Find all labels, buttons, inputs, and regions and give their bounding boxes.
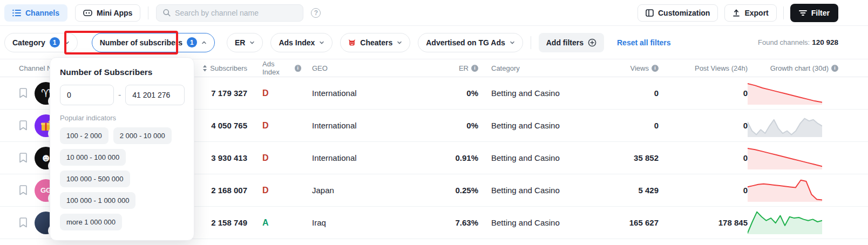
filter-pill-cheaters-label: Cheaters [360, 38, 392, 47]
ads-index-grade: D [262, 186, 269, 195]
filter-pill-cheaters[interactable]: Cheaters [340, 33, 410, 52]
popular-indicator-chips: 100 - 2 0002 000 - 10 00010 000 - 100 00… [60, 127, 184, 230]
channel-search[interactable] [156, 4, 303, 22]
er-value: 0.91% [425, 153, 478, 162]
subscribers-count-badge: 1 [187, 37, 197, 47]
filter-pill-subscribers[interactable]: Number of subscribers 1 [92, 33, 215, 52]
indicator-chip[interactable]: 100 - 2 000 [60, 127, 109, 144]
divider [148, 6, 148, 19]
export-button[interactable]: Export [724, 4, 776, 22]
search-icon [163, 9, 171, 17]
indicator-chip[interactable]: 100 000 - 1 000 000 [60, 192, 135, 209]
header-subscribers[interactable]: Subscribers [200, 64, 247, 72]
chevron-down-icon [319, 40, 324, 45]
category-value: Betting and Casino [478, 121, 608, 130]
filter-pill-tg-ads-label: Advertised on TG Ads [426, 38, 505, 47]
ads-index-grade: D [262, 121, 269, 130]
tab-mini-apps-label: Mini Apps [97, 9, 132, 17]
tab-channels[interactable]: Channels [4, 4, 67, 22]
views-value: 0 [608, 121, 659, 130]
views-value: 35 852 [608, 153, 659, 162]
found-channels: Found channels:120 928 [758, 38, 838, 46]
chevron-down-icon [397, 40, 402, 45]
bookmark-icon[interactable] [19, 153, 28, 163]
info-icon[interactable]: i [831, 65, 838, 72]
post-views-value: 0 [659, 186, 748, 195]
bookmark-icon[interactable] [19, 217, 28, 228]
post-views-value: 0 [659, 121, 748, 130]
geo-value: International [301, 89, 425, 98]
add-filters-label: Add filters [546, 38, 584, 47]
divider [783, 6, 784, 19]
chevron-up-icon [201, 40, 207, 45]
growth-sparkline [748, 145, 822, 169]
ads-index-grade: A [262, 218, 269, 227]
er-value: 0.25% [425, 186, 478, 195]
filter-label: Filter [811, 9, 830, 17]
indicator-chip[interactable]: 10 000 - 100 000 [60, 149, 126, 166]
filter-pill-ads-index-label: Ads Index [279, 38, 315, 47]
filter-bar: Category 1 Number of subscribers 1 ER Ad… [0, 26, 868, 59]
customization-label: Customization [658, 9, 710, 17]
growth-sparkline [748, 177, 822, 202]
post-views-value: 0 [659, 153, 748, 162]
filter-pill-ads-index[interactable]: Ads Index [270, 33, 333, 52]
filter-button[interactable]: Filter [790, 4, 838, 22]
list-icon [12, 9, 21, 17]
chevron-down-icon [510, 40, 515, 45]
reset-all-filters-link[interactable]: Reset all filters [617, 38, 671, 47]
popular-indicators-label: Popular indicators [60, 114, 184, 122]
header-er[interactable]: ERi [425, 64, 478, 72]
geo-value: Japan [301, 186, 425, 195]
found-channels-value: 120 928 [812, 38, 838, 46]
growth-sparkline [748, 112, 822, 137]
header-growth-chart[interactable]: Growth chart (30d)i [748, 64, 838, 72]
views-value: 165 627 [608, 218, 659, 227]
min-subscribers-input[interactable] [60, 85, 114, 105]
bookmark-icon[interactable] [19, 185, 28, 195]
indicator-chip[interactable]: 100 000 - 500 000 [60, 171, 130, 187]
indicator-chip[interactable]: 2 000 - 10 000 [113, 127, 172, 144]
indicator-chip[interactable]: more 1 000 000 [60, 214, 122, 230]
info-icon[interactable]: i [295, 65, 301, 72]
header-views[interactable]: Viewsi [608, 64, 659, 72]
bookmark-icon[interactable] [19, 88, 28, 98]
header-geo[interactable]: GEO [301, 64, 425, 72]
subscribers-value: 3 930 413 [200, 153, 247, 162]
ads-index-grade: D [262, 89, 269, 98]
filter-pill-category[interactable]: Category 1 [4, 33, 78, 52]
info-icon[interactable]: i [471, 65, 478, 72]
filter-pill-er[interactable]: ER [227, 33, 263, 52]
devil-icon [348, 39, 356, 46]
divider [531, 36, 531, 49]
sort-icon [202, 65, 207, 72]
filter-pill-er-label: ER [235, 38, 245, 47]
filter-pill-tg-ads[interactable]: Advertised on TG Ads [418, 33, 523, 52]
category-count-badge: 1 [50, 37, 60, 47]
filter-pill-category-label: Category [12, 38, 45, 47]
filter-lines-icon [799, 10, 807, 16]
er-value: 0% [425, 89, 478, 98]
plus-circle-icon [588, 38, 596, 47]
growth-sparkline [748, 209, 822, 234]
add-filters-button[interactable]: Add filters [539, 33, 604, 52]
bookmark-icon[interactable] [19, 120, 28, 131]
geo-value: International [301, 121, 425, 130]
category-value: Betting and Casino [478, 89, 608, 98]
info-icon[interactable]: i [652, 65, 659, 72]
search-input[interactable] [175, 9, 296, 17]
header-post-views[interactable]: Post Views (24h) [659, 64, 748, 72]
help-icon[interactable]: ? [311, 8, 321, 18]
customization-button[interactable]: Customization [638, 4, 718, 22]
category-value: Betting and Casino [478, 218, 608, 227]
header-ads-index[interactable]: Ads Indexi [247, 60, 301, 76]
tab-mini-apps[interactable]: Mini Apps [75, 4, 140, 22]
subscribers-value: 7 179 327 [200, 89, 247, 98]
subscribers-value: 4 050 765 [200, 121, 247, 130]
geo-value: International [301, 153, 425, 162]
geo-value: Iraq [301, 218, 425, 227]
subscribers-value: 2 158 749 [200, 218, 247, 227]
max-subscribers-input[interactable] [125, 85, 185, 105]
post-views-value: 0 [659, 89, 748, 98]
header-category[interactable]: Category [478, 64, 608, 72]
